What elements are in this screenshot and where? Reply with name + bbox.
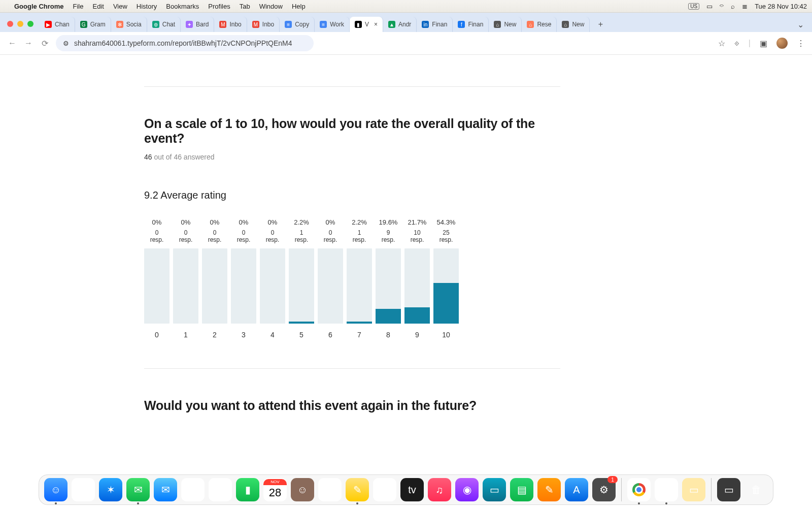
rating-bar-chart: 0%0resp.00%0resp.10%0resp.20%0resp.30%0r… — [144, 218, 560, 339]
site-settings-icon[interactable]: ⚙ — [63, 40, 69, 47]
tab-favicon-icon: ▲ — [388, 21, 395, 28]
profile-avatar[interactable] — [776, 38, 788, 49]
question-title: On a scale of 1 to 10, how would you rat… — [144, 116, 560, 146]
tab-label: V — [365, 21, 369, 28]
window-controls — [5, 21, 39, 32]
chart-x-label: 8 — [386, 331, 390, 339]
chrome-menu-icon[interactable]: ⋮ — [797, 39, 805, 48]
control-center-icon[interactable]: ≣ — [742, 3, 748, 10]
chart-resp-label: resp. — [150, 236, 164, 243]
chart-count-label: 9 — [387, 229, 390, 236]
chart-bar-fill — [289, 322, 314, 324]
chart-percent-label: 54.3% — [437, 218, 456, 226]
menubar-item[interactable]: Edit — [92, 3, 104, 10]
bookmark-star-icon[interactable]: ☆ — [718, 39, 725, 48]
browser-tab[interactable]: ✻Socia — [111, 17, 147, 32]
menubar-datetime[interactable]: Tue 28 Nov 10:42 — [755, 3, 807, 10]
tab-favicon-icon: ≡ — [285, 21, 292, 28]
menubar-item[interactable]: View — [113, 3, 127, 10]
spotlight-icon[interactable]: ⌕ — [731, 3, 735, 10]
extensions-icon[interactable]: ⟐ — [734, 39, 739, 48]
chart-resp-label: resp. — [324, 236, 337, 243]
close-tab-icon[interactable]: × — [374, 21, 378, 28]
reload-button[interactable]: ⟳ — [40, 38, 50, 48]
chart-x-label: 4 — [270, 331, 275, 339]
tab-favicon-icon: ⌂ — [527, 21, 534, 28]
browser-tab[interactable]: ⊚Chat — [147, 17, 181, 32]
browser-tab[interactable]: ≡Work — [315, 17, 350, 32]
chart-x-label: 0 — [155, 331, 159, 339]
chart-column: 2.2%1resp.7 — [347, 218, 372, 339]
tab-label: Finan — [468, 21, 483, 28]
chart-x-label: 10 — [442, 331, 450, 339]
section-divider — [144, 368, 560, 369]
browser-tab[interactable]: ⌂Rese — [522, 17, 557, 32]
address-bar[interactable]: ⚙ shahram640061.typeform.com/report/itBB… — [56, 35, 314, 51]
chart-resp-label: resp. — [439, 236, 453, 243]
question-title: Would you want to attend this event agai… — [144, 398, 560, 413]
tab-favicon-icon: ⌂ — [494, 21, 501, 28]
chart-bar-track — [289, 248, 314, 324]
chart-count-label: 1 — [300, 229, 303, 236]
menubar-item[interactable]: Help — [292, 3, 306, 10]
chart-column: 0%0resp.4 — [260, 218, 285, 339]
tab-label: Socia — [126, 21, 142, 28]
browser-tab[interactable]: ⌂New — [557, 17, 590, 32]
browser-tab[interactable]: MInbo — [247, 17, 280, 32]
new-tab-button[interactable]: + — [594, 18, 607, 31]
browser-tab[interactable]: ≡Copy — [280, 17, 315, 32]
tab-favicon-icon: in — [422, 21, 429, 28]
menubar-item[interactable]: Window — [259, 3, 283, 10]
chart-count-label: 1 — [358, 229, 361, 236]
chart-percent-label: 0% — [210, 218, 220, 226]
menubar-item[interactable]: Bookmarks — [166, 3, 199, 10]
chart-percent-label: 21.7% — [408, 218, 427, 226]
menubar-item[interactable]: History — [137, 3, 157, 10]
tab-favicon-icon: M — [252, 21, 259, 28]
chart-bar-track — [260, 248, 285, 324]
chart-x-label: 3 — [242, 331, 246, 339]
browser-tab[interactable]: ✦Bard — [181, 17, 214, 32]
menubar-item[interactable]: Profiles — [208, 3, 230, 10]
chart-resp-label: resp. — [382, 236, 395, 243]
browser-tab[interactable]: MInbo — [214, 17, 247, 32]
chart-percent-label: 2.2% — [294, 218, 309, 226]
chart-percent-label: 0% — [239, 218, 249, 226]
tab-label: Inbo — [262, 21, 274, 28]
browser-tab[interactable]: ▶Chan — [40, 17, 75, 32]
chart-percent-label: 19.6% — [379, 218, 398, 226]
forward-button[interactable]: → — [23, 38, 33, 48]
browser-tab[interactable]: fFinan — [453, 17, 489, 32]
fullscreen-window-button[interactable] — [27, 21, 33, 27]
side-panel-icon[interactable]: ▣ — [760, 39, 767, 48]
close-window-button[interactable] — [7, 21, 13, 27]
chart-column: 0%0resp.1 — [173, 218, 198, 339]
browser-tab[interactable]: ▲Andr — [383, 17, 417, 32]
chart-x-label: 9 — [415, 331, 419, 339]
back-button[interactable]: ← — [7, 38, 17, 48]
menubar-app-name[interactable]: Google Chrome — [14, 3, 64, 10]
chart-x-label: 5 — [299, 331, 303, 339]
tab-favicon-icon: ▮ — [355, 21, 362, 28]
chart-resp-label: resp. — [179, 236, 193, 243]
chart-count-label: 0 — [329, 229, 332, 236]
browser-tab[interactable]: GGram — [75, 17, 111, 32]
chart-resp-label: resp. — [295, 236, 309, 243]
menubar-item[interactable]: File — [73, 3, 84, 10]
wifi-icon[interactable]: ⌔ — [720, 3, 724, 10]
browser-tab[interactable]: ⌂New — [489, 17, 522, 32]
chart-count-label: 0 — [155, 229, 159, 236]
browser-tab[interactable]: ▮V× — [350, 17, 383, 32]
tab-label: Gram — [90, 21, 106, 28]
chart-column: 0%0resp.3 — [231, 218, 256, 339]
tab-favicon-icon: f — [458, 21, 465, 28]
tab-label: New — [504, 21, 516, 28]
input-source-indicator[interactable]: US — [688, 3, 699, 10]
battery-icon[interactable]: ▭ — [706, 3, 713, 10]
tab-list-dropdown[interactable]: ⌄ — [794, 18, 807, 31]
browser-tab[interactable]: inFinan — [417, 17, 453, 32]
menubar-item[interactable]: Tab — [240, 3, 250, 10]
minimize-window-button[interactable] — [17, 21, 23, 27]
chrome-tab-strip: ▶ChanGGram✻Socia⊚Chat✦BardMInboMInbo≡Cop… — [0, 13, 812, 32]
chart-bar-track — [231, 248, 256, 324]
